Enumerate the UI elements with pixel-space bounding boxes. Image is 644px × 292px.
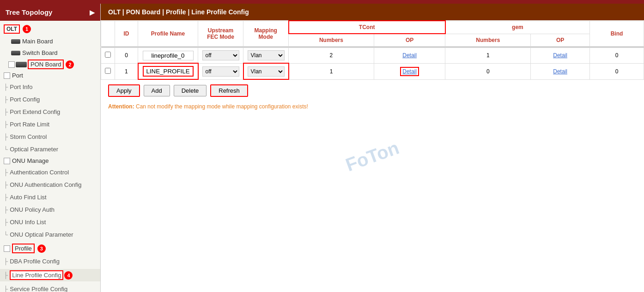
buttons-row: Apply Add Delete Refresh <box>101 80 644 101</box>
row-0-profile-name-input[interactable] <box>143 51 194 60</box>
row-1-tcont-op: Detail <box>374 63 445 79</box>
sidebar-item-onu-optical-parameter[interactable]: └ONU Optical Parameter <box>0 228 100 241</box>
sidebar-item-dba-profile-config[interactable]: ├DBA Profile Config <box>0 255 100 268</box>
onu-manage-check[interactable] <box>4 158 10 164</box>
row-0-profile-name <box>138 48 198 64</box>
col-tcont-op-header: OP <box>374 34 445 47</box>
attention-label: Attention: <box>108 103 134 110</box>
row-0-tcont-detail-link[interactable]: Detail <box>402 52 417 59</box>
row-1-tcont-detail-link[interactable]: Detail <box>400 67 419 76</box>
attention-message: Can not modify the mapping mode while ma… <box>136 103 308 110</box>
row-0-checkbox[interactable] <box>105 52 111 58</box>
row-0-tcont-numbers: 2 <box>289 48 374 64</box>
profile-check[interactable] <box>4 245 10 252</box>
switch-board-icon <box>11 51 20 55</box>
row-0-gem-op: Detail <box>531 48 590 64</box>
row-0-bind-number: 0 <box>589 48 644 64</box>
row-1-profile-name <box>138 63 198 79</box>
col-select-header <box>101 21 115 47</box>
col-gem-numbers-header: Numbers <box>445 34 531 47</box>
row-0-upstream-fec: offon <box>198 48 243 64</box>
sidebar-item-olt[interactable]: OLT 1 <box>0 23 100 36</box>
apply-button[interactable]: Apply <box>108 84 140 97</box>
breadcrumb: OLT | PON Board | Profile | Line Profile… <box>101 4 644 20</box>
top-bar <box>0 0 644 4</box>
row-0-mapping-mode: VlanGEMPriority <box>243 48 289 64</box>
pon-board-badge: 2 <box>66 60 74 69</box>
row-1-id: 1 <box>115 63 138 79</box>
row-1-gem-numbers: 0 <box>445 63 531 79</box>
sidebar-item-port-info[interactable]: ├Port Info <box>0 81 100 93</box>
sidebar-section-profile[interactable]: Profile 3 <box>0 242 100 255</box>
row-0-id: 0 <box>115 48 138 64</box>
sidebar-item-pon-board-row: PON Board 2 <box>0 59 100 70</box>
sidebar-item-onu-policy-auth[interactable]: ├ONU Policy Auth <box>0 203 100 216</box>
refresh-button[interactable]: Refresh <box>210 84 248 97</box>
row-1-profile-name-input[interactable] <box>143 66 194 77</box>
sidebar-item-service-profile-config[interactable]: ├Service Profile Config <box>0 283 100 292</box>
main-board-icon <box>11 39 20 44</box>
olt-label: OLT <box>4 24 20 34</box>
delete-button[interactable]: Delete <box>174 85 207 96</box>
col-mapping-header: Mapping Mode <box>243 21 289 47</box>
col-id-header: ID <box>115 21 138 47</box>
row-1-upstream-select[interactable]: offon <box>202 66 239 77</box>
sidebar-section-onu-manage[interactable]: ONU Manage <box>0 155 100 166</box>
row-1-gem-detail-link[interactable]: Detail <box>553 68 567 75</box>
content-body: FoTon ID Profile Name Upstream FEC Mode … <box>101 20 644 292</box>
main-board-label: Main Board <box>22 38 53 45</box>
row-1-gem-op: Detail <box>531 63 590 79</box>
profile-label: Profile <box>12 244 35 253</box>
attention-bar: Attention: Can not modify the mapping mo… <box>101 101 644 112</box>
sidebar-item-main-board[interactable]: Main Board <box>0 36 100 47</box>
sidebar-item-authentication-control[interactable]: ├Authentication Control <box>0 166 100 179</box>
sidebar-content: OLT 1 Main Board Switch Board <box>0 21 100 292</box>
row-1-checkbox[interactable] <box>105 68 111 74</box>
main-content: OLT | PON Board | Profile | Line Profile… <box>101 4 644 292</box>
row-0-upstream-select[interactable]: offon <box>202 50 239 60</box>
sidebar: Tree Topology ▶ OLT 1 Main Board Switch <box>0 4 101 292</box>
collapse-arrow-icon[interactable]: ▶ <box>90 9 95 16</box>
watermark: FoTon <box>343 137 401 175</box>
row-0-gem-detail-link[interactable]: Detail <box>553 52 567 59</box>
row-0-mapping-select[interactable]: VlanGEMPriority <box>248 50 285 60</box>
row-1-tcont-numbers: 1 <box>289 63 374 79</box>
col-bind-header: Bind <box>589 21 644 47</box>
pon-board-label[interactable]: PON Board <box>28 60 64 69</box>
sidebar-title: Tree Topology <box>6 8 52 16</box>
sidebar-item-port-extend-config[interactable]: ├Port Extend Config <box>0 106 100 118</box>
sidebar-section-port[interactable]: Port <box>0 70 100 81</box>
sidebar-item-storm-control[interactable]: ├Storm Control <box>0 131 100 143</box>
col-tcont-group-header: TCont <box>289 21 445 34</box>
pon-board-check[interactable] <box>8 61 15 68</box>
col-gem-group-header: gem <box>445 21 590 34</box>
profile-badge: 3 <box>37 244 46 253</box>
row-1-mapping-select[interactable]: VlanGEMPriority <box>248 66 285 77</box>
row-0-gem-numbers: 1 <box>445 48 531 64</box>
port-check[interactable] <box>4 72 10 79</box>
line-profile-table: ID Profile Name Upstream FEC Mode Mappin… <box>101 20 644 80</box>
sidebar-item-onu-info-list[interactable]: ├ONU Info List <box>0 216 100 228</box>
line-profile-badge: 4 <box>64 271 73 280</box>
add-button[interactable]: Add <box>144 85 170 96</box>
pon-board-icon <box>16 62 27 67</box>
col-gem-op-header: OP <box>531 34 590 47</box>
row-1-mapping-mode: VlanGEMPriority <box>243 63 289 79</box>
sidebar-item-optical-parameter[interactable]: └Optical Parameter <box>0 143 100 155</box>
olt-badge-number: 1 <box>23 25 31 33</box>
sidebar-item-onu-authentication-config[interactable]: ├ONU Authentication Config <box>0 179 100 191</box>
row-0-tcont-op: Detail <box>374 48 445 64</box>
row-1-upstream-fec: offon <box>198 63 243 79</box>
sidebar-item-line-profile-config[interactable]: ├ Line Profile Config 4 <box>0 268 100 283</box>
sidebar-item-port-config[interactable]: ├Port Config <box>0 93 100 106</box>
col-upstream-header: Upstream FEC Mode <box>198 21 243 47</box>
line-profile-config-label: Line Profile Config <box>10 270 63 280</box>
sidebar-item-switch-board[interactable]: Switch Board <box>0 47 100 59</box>
sidebar-header: Tree Topology ▶ <box>0 4 100 21</box>
col-profile-name-header: Profile Name <box>138 21 198 47</box>
sidebar-item-port-rate-limit[interactable]: ├Port Rate Limit <box>0 118 100 131</box>
col-tcont-numbers-header: Numbers <box>289 34 374 47</box>
sidebar-item-auto-find-list[interactable]: ├Auto Find List <box>0 191 100 203</box>
row-1-bind-number: 0 <box>589 63 644 79</box>
